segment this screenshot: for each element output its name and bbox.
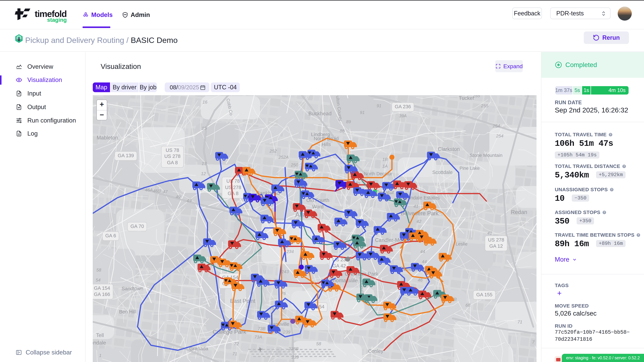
svg-text:88: 88 — [340, 128, 345, 133]
svg-text:12: 12 — [201, 171, 206, 176]
svg-text:Stone Mountain: Stone Mountain — [470, 153, 502, 158]
svg-text:1B: 1B — [382, 157, 388, 162]
svg-text:91: 91 — [360, 110, 365, 115]
svg-text:41: 41 — [414, 204, 418, 209]
svg-text:Scottdale: Scottdale — [432, 170, 453, 175]
svg-text:liftondale: liftondale — [93, 340, 106, 346]
svg-text:255: 255 — [472, 95, 480, 98]
svg-text:?: ? — [638, 234, 639, 236]
svg-text:Mableton: Mableton — [96, 135, 118, 141]
svg-text:49: 49 — [187, 198, 192, 203]
svg-text:68: 68 — [466, 303, 470, 308]
svg-text:?: ? — [610, 133, 611, 136]
svg-text:?: ? — [623, 165, 625, 168]
svg-text:GA 42: GA 42 — [332, 263, 346, 269]
svg-text:47: 47 — [163, 189, 168, 194]
svg-text:?: ? — [611, 188, 612, 191]
svg-text:Ward: Ward — [312, 204, 324, 209]
svg-text:GA 166: GA 166 — [94, 292, 110, 297]
svg-text:Ben Hill: Ben Hill — [119, 309, 136, 314]
svg-text:46B: 46B — [153, 188, 161, 193]
svg-text:7: 7 — [532, 340, 535, 345]
svg-text:?: ? — [604, 211, 605, 214]
svg-text:44: 44 — [422, 259, 427, 264]
svg-text:91: 91 — [377, 103, 382, 108]
svg-text:GA 70: GA 70 — [130, 224, 144, 229]
svg-text:Lindberg: Lindberg — [311, 132, 330, 137]
svg-text:234: 234 — [286, 249, 294, 254]
svg-text:Hills: Hills — [322, 142, 331, 147]
svg-text:243: 243 — [281, 269, 289, 274]
svg-text:239: 239 — [283, 330, 290, 335]
svg-text:GA 139: GA 139 — [118, 153, 134, 158]
svg-text:GA 6: GA 6 — [105, 233, 116, 238]
svg-text:Granada: Granada — [189, 346, 208, 351]
svg-text:252: 252 — [269, 148, 277, 153]
svg-text:US 78: US 78 — [166, 147, 179, 153]
svg-text:1A: 1A — [382, 164, 388, 169]
svg-text:54: 54 — [96, 278, 100, 283]
svg-text:Pine Lake: Pine Lake — [460, 166, 480, 171]
svg-text:41: 41 — [487, 231, 492, 236]
svg-text:Conley: Conley — [368, 349, 384, 354]
svg-text:Clarkston: Clarkston — [438, 146, 460, 152]
svg-text:89: 89 — [346, 119, 351, 124]
svg-text:254: 254 — [492, 123, 500, 128]
svg-text:US 278: US 278 — [488, 237, 504, 243]
svg-text:252A: 252A — [278, 155, 289, 160]
svg-text:239: 239 — [291, 355, 299, 360]
svg-text:US 278: US 278 — [164, 153, 180, 159]
svg-text:15: 15 — [202, 126, 206, 131]
svg-text:72: 72 — [234, 341, 239, 346]
svg-text:254: 254 — [496, 133, 503, 138]
svg-text:Tucker: Tucker — [459, 95, 474, 101]
svg-text:58: 58 — [96, 268, 101, 273]
svg-text:73B: 73B — [258, 326, 266, 331]
svg-text:250: 250 — [291, 162, 298, 167]
svg-text:13: 13 — [202, 161, 206, 166]
svg-text:16: 16 — [202, 99, 208, 105]
svg-text:49: 49 — [176, 194, 180, 199]
svg-text:GA 236: GA 236 — [395, 104, 411, 109]
svg-text:GA 8: GA 8 — [228, 191, 239, 196]
svg-text:46: 46 — [418, 278, 422, 283]
svg-text:GA 12: GA 12 — [489, 243, 503, 249]
svg-text:71: 71 — [232, 351, 237, 356]
svg-text:GA 155: GA 155 — [476, 292, 492, 297]
svg-text:US 278: US 278 — [225, 185, 241, 190]
svg-text:GA 8: GA 8 — [167, 160, 178, 165]
svg-text:Buckhead: Buckhead — [308, 111, 332, 116]
svg-text:238B: 238B — [288, 346, 299, 351]
svg-text:58: 58 — [316, 341, 321, 346]
svg-text:Redan: Redan — [511, 209, 527, 215]
svg-text:Tell: Tell — [96, 332, 104, 338]
svg-text:39A: 39A — [399, 113, 407, 118]
svg-text:71: 71 — [518, 320, 522, 325]
svg-text:42: 42 — [416, 219, 422, 224]
svg-text:1: 1 — [99, 353, 102, 358]
svg-text:Leslie: Leslie — [456, 242, 468, 247]
svg-text:Sandtown: Sandtown — [122, 286, 144, 291]
svg-text:44: 44 — [420, 249, 425, 254]
svg-text:255: 255 — [481, 103, 488, 108]
svg-text:GA 154: GA 154 — [94, 285, 110, 291]
svg-text:73A: 73A — [254, 335, 262, 340]
svg-text:46A: 46A — [145, 187, 153, 192]
